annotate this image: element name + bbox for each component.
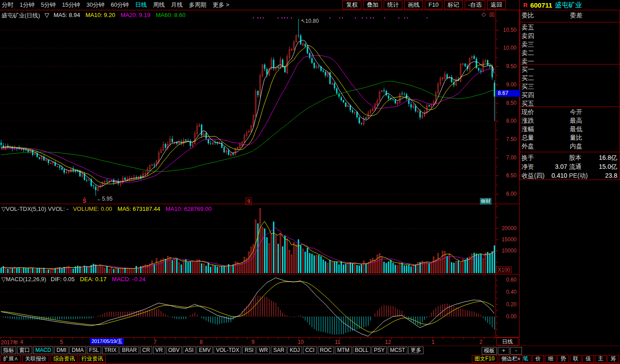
tab-BOLL[interactable]: BOLL [353,347,371,354]
mode-主[interactable]: 主 [595,355,607,363]
period-周线[interactable]: 周线 [153,1,165,9]
action-返回[interactable]: 返回 [487,0,506,9]
quote-panel: R 600711 盛屯矿业 委比 委差 卖五卖四卖三卖二卖一 买一买二买三买四买… [519,0,620,346]
status-关联报价[interactable]: 关联报价 [22,355,49,363]
tab-SAR[interactable]: SAR [271,347,286,354]
template-group: 模板+- [482,347,522,355]
btn-plus[interactable]: + [498,347,509,355]
label-内盘: 内盘 [570,142,618,150]
action-统计[interactable]: 统计 [384,0,402,9]
kline-header: 盛屯矿业(日线) ▽ MA5: 8.94MA10: 9.20MA20: 9.19… [1,12,185,20]
period-月线[interactable]: 月线 [171,1,183,9]
month-1: 1 [432,339,435,345]
tab-BRAR[interactable]: BRAR [120,347,139,354]
value-净资: 3.07 [547,162,569,171]
period-indicator-box[interactable]: 日线 [496,338,518,346]
tab-PSY[interactable]: PSY [372,347,387,354]
price-info-box: 现价今开涨跌最高涨幅最低总量量比外盘内盘 [520,107,620,152]
period-60分钟[interactable]: 60分钟 [111,1,128,9]
tab-VOL-TDX[interactable]: VOL-TDX [214,347,241,354]
tab-VR[interactable]: VR [153,347,165,354]
btn-模板[interactable]: 模板 [482,347,497,355]
action-F10[interactable]: F10 [425,0,442,9]
label-涨幅: 涨幅 [522,125,570,133]
period-15分钟[interactable]: 15分钟 [62,1,80,9]
volume-chart[interactable] [0,204,519,274]
tab-FSL[interactable]: FSL [87,347,101,354]
month-2: 2 [479,339,483,345]
btn-指标[interactable]: 指标 [1,347,16,354]
buy-level-买三: 买三 [520,82,620,91]
tab-CR[interactable]: CR [140,347,152,354]
bid-ask-ratio-box: 委比 委差 [520,10,620,22]
tab-TRIX[interactable]: TRIX [102,347,119,354]
mode-细[interactable]: 细 [545,355,556,363]
tab-DMI[interactable]: DMI [54,347,68,354]
fin-row: 收益(四)0.410PE(动)23.8 [520,171,620,180]
mode-价[interactable]: 价 [532,355,544,363]
period-5分钟[interactable]: 5分钟 [41,1,56,9]
tab-WR[interactable]: WR [257,347,270,354]
kline-chart[interactable] [0,10,519,204]
status-扩展∧[interactable]: 扩展∧ [0,355,21,363]
action-标记[interactable]: 标记 [444,0,463,9]
period-多周期[interactable]: 多周期 [189,1,206,9]
tab-MTM[interactable]: MTM [335,347,351,354]
status-图文F10[interactable]: 图文F10 [472,355,497,363]
signal-dot [384,17,385,18]
signal-dot [260,17,261,18]
tab-MCST[interactable]: MCST [388,347,407,354]
period-日线[interactable]: 日线 [135,1,147,9]
signal-dot [398,17,399,18]
tab-RSI[interactable]: RSI [242,347,256,354]
action-复权[interactable]: 复权 [342,0,361,9]
screen-bottom-line [0,363,620,364]
tab-ROC[interactable]: ROC [318,347,334,354]
action--自选[interactable]: -自选 [465,0,485,9]
tab-ASI[interactable]: ASI [183,347,196,354]
macd-chart[interactable] [0,274,519,337]
top-toolbar: 分时1分钟5分钟15分钟30分钟60分钟日线周线月线多周期更多 > 复权叠加统计… [0,0,519,10]
tab-OBV[interactable]: OBV [166,347,182,354]
tab-EMV[interactable]: EMV [197,347,213,354]
label-PE(动): PE(动) [569,171,594,180]
value-label: MA60: 8.60 [156,12,186,20]
indicator-dropdown-icon[interactable]: ▽ [45,12,49,20]
vol-indicator-name[interactable]: ▽VOL-TDX(5,10) VVOL: - [1,206,68,212]
buy-levels-box: 买一买二买三买四买五 [520,64,620,107]
action-画线[interactable]: 画线 [404,0,423,9]
tab-更多[interactable]: 更多 [408,347,423,354]
period-30分钟[interactable]: 30分钟 [86,1,104,9]
action-叠加[interactable]: 叠加 [363,0,382,9]
macd-panel-header: ▽MACD(12,26,9) DIF: 0.05DEA: 0.17MACD: -… [1,276,145,283]
mode-联[interactable]: 联 [570,355,582,363]
period-分时[interactable]: 分时 [2,1,13,9]
status-行业资讯[interactable]: 行业资讯 [79,355,106,363]
tab-MACD[interactable]: MACD [33,347,53,354]
status-综合资讯[interactable]: 综合资讯 [51,355,77,363]
mode-值[interactable]: 值 [582,355,594,363]
mode-笔[interactable]: 笔 [520,355,531,363]
label-收益(四): 收益(四) [522,171,547,180]
stock-name: 盛屯矿业 [555,1,582,9]
btn-minus[interactable]: - [510,347,522,355]
buy-level-买二: 买二 [520,74,620,82]
btn-窗口[interactable]: 窗口 [17,347,32,354]
mode-筹[interactable]: 筹 [607,355,619,363]
tab-CCI[interactable]: CCI [303,347,317,354]
tab-KDJ[interactable]: KDJ [287,347,302,354]
signal-dot [263,17,264,18]
pane-marker-icon[interactable]: ◇ [482,11,486,17]
selected-date-box[interactable]: 2017/05/19/五 [90,338,124,345]
pane-close-icon[interactable]: 回 [489,11,495,19]
period-1分钟[interactable]: 1分钟 [20,1,34,9]
mode-势[interactable]: 势 [557,355,569,363]
signal-dot [342,17,343,18]
value-label: MA10: 9.20 [86,12,115,20]
period-更多 >[interactable]: 更多 > [213,1,229,9]
macd-indicator-name[interactable]: ▽MACD(12,26,9) [1,276,46,283]
sell-level-卖四: 卖四 [520,32,620,40]
fin-row: 净资3.07流通15.0亿 [520,162,620,171]
info-badge[interactable]: 侧财 [480,198,492,205]
tab-DMA[interactable]: DMA [69,347,86,354]
